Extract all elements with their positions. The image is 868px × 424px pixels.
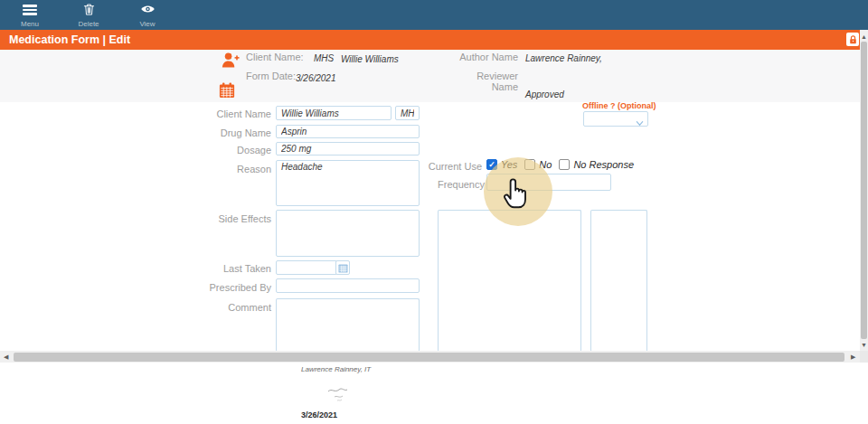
medication-form-screen: Menu Delete View Medication Form | Edit … bbox=[0, 0, 868, 424]
reason-label: Reason bbox=[154, 164, 271, 174]
scroll-left-arrow-icon[interactable]: ◀ bbox=[4, 353, 8, 360]
offline-select[interactable] bbox=[583, 111, 648, 127]
comment-label: Comment bbox=[154, 302, 271, 313]
prescribed-by-input[interactable] bbox=[276, 278, 420, 293]
dosage-label: Dosage bbox=[154, 145, 271, 155]
client-name-input[interactable] bbox=[276, 106, 392, 120]
vertical-scrollbar[interactable]: ▲ ▼ bbox=[860, 30, 868, 351]
menu-icon bbox=[23, 5, 37, 15]
scrollbar-corner bbox=[860, 351, 868, 363]
header-approval-status: Approved bbox=[525, 90, 564, 99]
menu-label: Menu bbox=[21, 21, 39, 28]
page-title: Medication Form | Edit bbox=[9, 33, 130, 46]
header-client-name: Willie Williams bbox=[341, 54, 399, 64]
vertical-scrollbar-thumb[interactable] bbox=[861, 42, 867, 339]
mini-calendar-icon bbox=[338, 263, 348, 273]
offline-label: Offline ? (Optional) bbox=[582, 101, 656, 110]
title-bar: Medication Form | Edit bbox=[0, 30, 860, 50]
header-reviewer-name-label: Reviewer Name bbox=[452, 71, 518, 92]
form-header: Client Name: MHS Willie Williams Author … bbox=[0, 50, 860, 102]
delete-button[interactable]: Delete bbox=[69, 3, 108, 28]
last-taken-label: Last Taken bbox=[154, 263, 271, 274]
scroll-up-arrow-icon[interactable]: ▲ bbox=[861, 33, 867, 40]
drug-name-input[interactable] bbox=[276, 125, 420, 138]
date-picker-button[interactable] bbox=[335, 260, 350, 275]
header-author-name: Lawrence Rainney, bbox=[525, 53, 602, 63]
side-effects-label: Side Effects bbox=[154, 213, 271, 224]
signature-date: 3/26/2021 bbox=[301, 410, 337, 419]
signature-scribble bbox=[326, 385, 356, 407]
person-add-icon bbox=[221, 51, 240, 73]
last-taken-input[interactable] bbox=[276, 260, 337, 275]
side-effects-textarea[interactable] bbox=[276, 210, 420, 257]
drug-name-label: Drug Name bbox=[154, 127, 271, 138]
comment-textarea[interactable] bbox=[276, 298, 420, 352]
delete-label: Delete bbox=[78, 21, 99, 28]
current-use-options: Yes No No Response bbox=[486, 158, 641, 170]
current-use-no-checkbox[interactable] bbox=[524, 159, 535, 170]
current-use-yes-label: Yes bbox=[501, 159, 517, 170]
offline-select-value bbox=[584, 117, 588, 127]
scroll-down-arrow-icon[interactable]: ▼ bbox=[861, 342, 867, 348]
view-label: View bbox=[139, 21, 155, 28]
header-client-name-label: Client Name: bbox=[246, 52, 304, 62]
client-code-input[interactable] bbox=[395, 106, 420, 120]
trash-icon bbox=[82, 3, 96, 20]
toolbar: Menu Delete View bbox=[0, 0, 868, 30]
current-use-yes-checkbox[interactable] bbox=[486, 159, 497, 170]
header-form-date: 3/26/2021 bbox=[296, 73, 336, 83]
current-use-no-response-checkbox[interactable] bbox=[559, 159, 570, 170]
header-author-name-label: Author Name bbox=[452, 52, 518, 62]
notes-box-small[interactable] bbox=[590, 210, 647, 352]
client-name-label: Client Name bbox=[154, 108, 271, 119]
menu-button[interactable]: Menu bbox=[10, 3, 50, 28]
signature-footer: Lawrence Rainney, IT 3/26/2021 bbox=[0, 363, 868, 424]
current-use-no-label: No bbox=[539, 159, 552, 170]
frequency-label: Frequency bbox=[367, 179, 485, 190]
horizontal-scrollbar-thumb[interactable] bbox=[14, 353, 844, 362]
header-client-code: MHS bbox=[314, 53, 334, 63]
header-form-date-label: Form Date: bbox=[246, 71, 296, 81]
prescribed-by-label: Prescribed By bbox=[154, 282, 271, 293]
calendar-icon bbox=[219, 82, 235, 102]
chevron-down-icon bbox=[636, 115, 644, 131]
current-use-label: Current Use bbox=[364, 161, 482, 172]
notes-box-large[interactable] bbox=[438, 210, 581, 352]
view-button[interactable]: View bbox=[127, 3, 167, 28]
horizontal-scrollbar[interactable]: ◀ ▶ bbox=[0, 351, 860, 363]
scroll-right-arrow-icon[interactable]: ▶ bbox=[851, 353, 855, 360]
lock-icon bbox=[846, 33, 859, 46]
eye-icon bbox=[140, 3, 156, 19]
dosage-input[interactable] bbox=[276, 142, 420, 155]
current-use-no-response-label: No Response bbox=[573, 159, 634, 170]
frequency-input[interactable] bbox=[486, 174, 611, 191]
signature-name: Lawrence Rainney, IT bbox=[301, 365, 371, 373]
